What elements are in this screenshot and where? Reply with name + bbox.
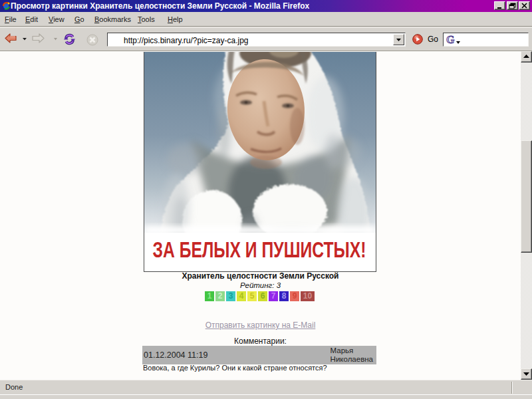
svg-text:G: G (446, 34, 455, 45)
svg-text:ЗА БЕЛЫХ И ПУШИСТЫХ!: ЗА БЕЛЫХ И ПУШИСТЫХ! (153, 237, 366, 262)
